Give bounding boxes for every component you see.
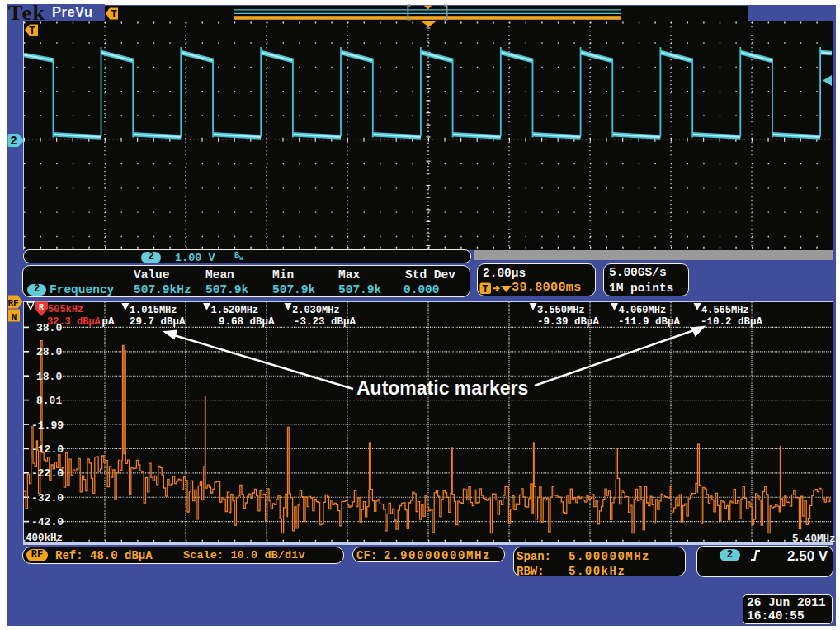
svg-text:RF: RF	[7, 298, 18, 308]
svg-text:Automatic markers: Automatic markers	[356, 377, 528, 399]
svg-text:µA: µA	[102, 316, 116, 328]
svg-text:1.015MHz: 1.015MHz	[130, 305, 177, 316]
svg-text:-1.99: -1.99	[31, 419, 64, 432]
svg-text:3.550MHz: 3.550MHz	[537, 305, 585, 316]
svg-text:1.520MHz: 1.520MHz	[211, 305, 259, 316]
svg-text:-11.9 dBµA: -11.9 dBµA	[618, 316, 681, 328]
svg-text:2.030MHz: 2.030MHz	[292, 305, 340, 316]
svg-text:4.565MHz: 4.565MHz	[701, 305, 749, 316]
svg-text:29.7 dBµA: 29.7 dBµA	[130, 316, 186, 328]
svg-text:28.0: 28.0	[36, 346, 62, 358]
svg-text:4.060MHz: 4.060MHz	[619, 305, 667, 316]
svg-text:-22.0: -22.0	[31, 467, 64, 480]
svg-text:-10.2 dBµA: -10.2 dBµA	[701, 316, 763, 328]
svg-text:-12.0: -12.0	[31, 443, 64, 456]
svg-text:-32.0: -32.0	[31, 492, 64, 504]
svg-text:-42.0: -42.0	[31, 516, 64, 528]
svg-text:9.68 dBµA: 9.68 dBµA	[219, 316, 275, 328]
svg-text:5.40MHz: 5.40MHz	[792, 533, 836, 545]
svg-text:505kHz: 505kHz	[48, 304, 83, 315]
svg-text:-9.39 dBµA: -9.39 dBµA	[537, 316, 600, 328]
svg-text:400kHz: 400kHz	[26, 533, 63, 544]
svg-text:32.3 dBµA: 32.3 dBµA	[47, 316, 101, 328]
svg-text:18.0: 18.0	[36, 371, 62, 383]
svg-text:N: N	[12, 312, 17, 322]
svg-text:R: R	[39, 303, 44, 312]
svg-text:-3.23 dBµA: -3.23 dBµA	[294, 316, 356, 328]
svg-text:8.01: 8.01	[36, 395, 62, 407]
